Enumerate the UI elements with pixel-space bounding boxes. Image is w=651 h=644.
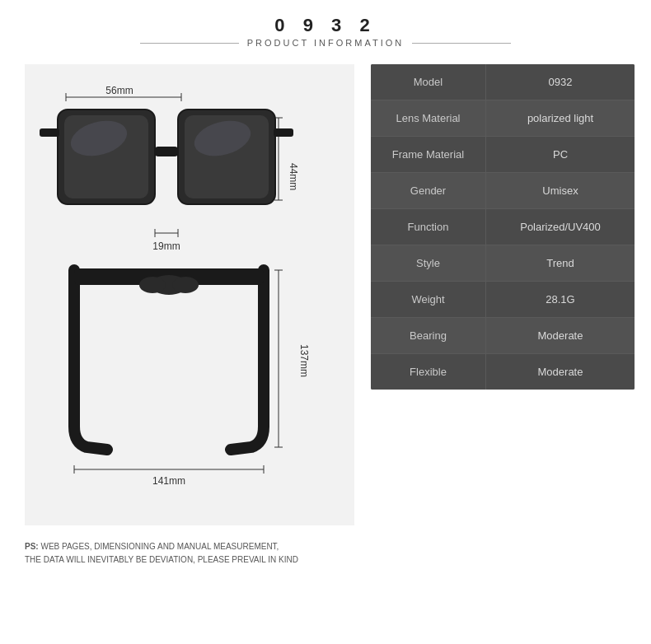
info-label: Frame Material (371, 137, 486, 172)
info-value: 0932 (486, 64, 635, 100)
product-info-table: Model 0932 Lens Material polarized light… (371, 64, 635, 390)
table-row: Flexible Moderate (371, 354, 635, 390)
info-value: Trend (486, 245, 635, 281)
svg-text:19mm: 19mm (152, 240, 180, 252)
info-label: Model (371, 64, 486, 100)
info-value: Moderate (486, 354, 635, 390)
svg-rect-11 (155, 147, 178, 156)
ps-note: PS: WEB PAGES, DIMENSIONING AND MANUAL M… (0, 534, 651, 573)
divider-line-right (412, 43, 511, 44)
svg-rect-16 (274, 128, 293, 137)
info-label: Function (371, 209, 486, 245)
table-row: Weight 28.1G (371, 282, 635, 318)
ps-label: PS: (25, 542, 39, 551)
header-divider: PRODUCT INFORMATION (0, 38, 651, 48)
table-row: Style Trend (371, 245, 635, 282)
svg-text:44mm: 44mm (288, 163, 299, 190)
info-label: Lens Material (371, 100, 486, 136)
svg-text:141mm: 141mm (152, 475, 185, 487)
svg-text:137mm: 137mm (298, 344, 310, 377)
svg-text:56mm: 56mm (105, 85, 133, 96)
header: 0 9 3 2 PRODUCT INFORMATION (0, 0, 651, 56)
info-value: polarized light (486, 100, 635, 136)
svg-point-28 (172, 277, 199, 293)
table-row: Frame Material PC (371, 137, 635, 173)
table-row: Lens Material polarized light (371, 100, 635, 137)
info-value: Polarized/UV400 (486, 209, 635, 245)
product-info-subtitle: PRODUCT INFORMATION (247, 38, 404, 48)
info-label: Bearing (371, 318, 486, 353)
info-label: Gender (371, 173, 486, 208)
svg-rect-15 (40, 128, 59, 137)
table-row: Gender Umisex (371, 173, 635, 209)
table-row: Function Polarized/UV400 (371, 209, 635, 245)
page-wrapper: 0 9 3 2 PRODUCT INFORMATION 56mm 44mm (0, 0, 651, 644)
table-row: Bearing Moderate (371, 318, 635, 354)
info-label: Style (371, 245, 486, 281)
svg-point-27 (139, 277, 166, 293)
info-label: Weight (371, 282, 486, 317)
bottom-view-svg: 137mm 141mm (33, 262, 330, 492)
info-value: Moderate (486, 318, 635, 353)
info-value: Umisex (486, 173, 635, 208)
main-content: 56mm 44mm (0, 56, 651, 534)
info-label: Flexible (371, 354, 486, 390)
front-view-svg: 56mm 44mm (33, 72, 330, 270)
info-value: 28.1G (486, 282, 635, 317)
diagram-area: 56mm 44mm (25, 64, 354, 525)
model-number: 0 9 3 2 (0, 15, 651, 36)
divider-line-left (140, 43, 239, 44)
ps-line1: WEB PAGES, DIMENSIONING AND MANUAL MEASU… (40, 542, 279, 551)
info-value: PC (486, 137, 635, 172)
table-row: Model 0932 (371, 64, 635, 100)
ps-line2: THE DATA WILL INEVITABLY BE DEVIATION, P… (25, 555, 298, 564)
